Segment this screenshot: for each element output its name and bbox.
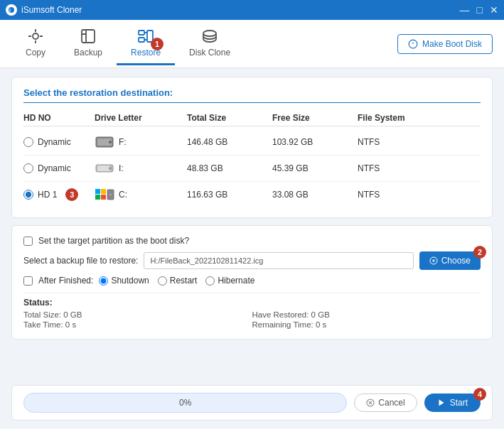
toolbar: Copy Backup Restore 1 Disk Clone [0, 20, 504, 68]
start-button[interactable]: Start 4 [424, 393, 481, 412]
table-row: Dynamic I: 48.83 GB 45.39 GB NTFS [23, 156, 481, 182]
col-drive-letter: Drive Letter [95, 113, 187, 123]
total-size-1: 146.48 GB [187, 137, 272, 147]
backup-file-input[interactable] [144, 252, 413, 269]
toolbar-diskclone-label: Disk Clone [189, 48, 230, 58]
title-bar-left: i iSumsoft Cloner [6, 4, 82, 16]
svg-point-11 [109, 141, 112, 143]
file-select-row: Select a backup file to restore: Choose … [23, 251, 481, 270]
after-options-group: Shutdown Restart Hibernate [99, 276, 254, 286]
svg-rect-17 [95, 195, 100, 200]
hd-label-3: HD 1 [38, 190, 57, 200]
hd-label-2: Dynamic [38, 163, 71, 173]
free-size-3: 33.08 GB [272, 190, 358, 200]
restart-label: Restart [170, 276, 198, 286]
svg-point-14 [109, 167, 112, 170]
app-logo: i [6, 4, 17, 16]
drive-letter-1: F: [119, 137, 127, 147]
svg-marker-27 [439, 400, 444, 406]
hibernate-option[interactable]: Hibernate [205, 276, 254, 286]
backup-file-label: Select a backup file to restore: [23, 256, 138, 266]
boot-disk-label: Set the target partition as the boot dis… [38, 236, 189, 246]
drive-letter-2: I: [119, 163, 124, 173]
free-size-2: 45.39 GB [272, 163, 358, 173]
fs-1: NTFS [358, 137, 429, 147]
toolbar-copy-label: Copy [26, 48, 45, 58]
hd-radio-1[interactable]: Dynamic [23, 137, 95, 147]
hd-radio-2[interactable]: Dynamic [23, 163, 95, 173]
drive-icon-2: I: [95, 161, 187, 176]
radio-dynamic-2[interactable] [23, 163, 33, 173]
svg-rect-4 [139, 31, 144, 35]
progress-bar-container: 0% [23, 393, 347, 413]
fs-3: NTFS [358, 190, 429, 200]
col-hd-no: HD NO [23, 113, 95, 123]
radio-dynamic-1[interactable] [23, 137, 33, 147]
remaining-status: Remaining Time: 0 s [252, 320, 481, 329]
toolbar-item-copy[interactable]: Copy [11, 22, 60, 65]
toolbar-right: Make Boot Disk [397, 34, 493, 54]
cancel-label: Cancel [378, 398, 404, 408]
hibernate-label: Hibernate [218, 276, 254, 286]
svg-rect-16 [101, 189, 106, 194]
radio-hd1[interactable] [23, 190, 33, 200]
total-size-status: Total Size: 0 GB [23, 310, 252, 319]
svg-rect-5 [139, 38, 144, 42]
cancel-button[interactable]: Cancel [354, 393, 417, 412]
status-title: Status: [23, 298, 481, 308]
boot-disk-checkbox[interactable] [23, 237, 33, 246]
toolbar-item-restore[interactable]: Restore 1 [117, 22, 175, 65]
restoration-title: Select the restoration destination: [23, 87, 481, 103]
table-header: HD NO Drive Letter Total Size Free Size … [23, 110, 481, 126]
table-row: Dynamic F: 146.48 GB 103.92 GB NTFS [23, 129, 481, 156]
choose-badge: 2 [473, 246, 486, 259]
svg-point-20 [109, 194, 112, 196]
total-size-3: 116.63 GB [187, 190, 272, 200]
hd1-badge: 3 [65, 188, 78, 201]
make-boot-disk-button[interactable]: Make Boot Disk [397, 34, 493, 54]
after-finished-checkbox[interactable] [23, 276, 33, 286]
after-finished-label: After Finished: [38, 276, 93, 286]
svg-point-7 [203, 31, 216, 36]
start-label: Start [450, 398, 468, 408]
col-file-system: File System [358, 113, 429, 123]
start-badge: 4 [473, 388, 486, 401]
total-size-2: 48.83 GB [187, 163, 272, 173]
toolbar-backup-label: Backup [74, 48, 102, 58]
title-bar: i iSumsoft Cloner — □ ✕ [0, 0, 504, 20]
close-icon[interactable]: ✕ [490, 4, 498, 16]
svg-point-2 [33, 33, 38, 39]
choose-button[interactable]: Choose 2 [419, 251, 481, 270]
after-finished-row: After Finished: Shutdown Restart Hiberna… [23, 276, 481, 286]
restoration-card: Select the restoration destination: HD N… [11, 77, 493, 218]
shutdown-label: Shutdown [111, 276, 149, 286]
status-grid: Total Size: 0 GB Have Restored: 0 GB Tak… [23, 310, 481, 329]
hd-label-1: Dynamic [38, 137, 71, 147]
drive-icon-3: C: [95, 187, 187, 202]
free-size-1: 103.92 GB [272, 137, 358, 147]
have-restored-status: Have Restored: 0 GB [252, 310, 481, 319]
options-card: Set the target partition as the boot dis… [11, 225, 493, 340]
col-free-size: Free Size [272, 113, 358, 123]
maximize-icon[interactable]: □ [477, 4, 483, 16]
footer-bar: 0% Cancel Start 4 [11, 385, 493, 420]
svg-text:i: i [9, 8, 11, 13]
choose-label: Choose [441, 256, 471, 266]
svg-rect-15 [95, 189, 100, 194]
take-time-status: Take Time: 0 s [23, 320, 252, 329]
progress-label: 0% [24, 398, 346, 408]
hd-radio-3[interactable]: HD 1 3 [23, 188, 95, 201]
toolbar-item-disk-clone[interactable]: Disk Clone [175, 22, 245, 65]
window-controls: — □ ✕ [460, 4, 498, 16]
divider [23, 293, 481, 293]
svg-rect-13 [97, 165, 110, 171]
shutdown-option[interactable]: Shutdown [99, 276, 149, 286]
svg-rect-3 [82, 30, 95, 43]
restart-option[interactable]: Restart [158, 276, 198, 286]
fs-2: NTFS [358, 163, 429, 173]
col-total-size: Total Size [187, 113, 272, 123]
toolbar-item-backup[interactable]: Backup [60, 22, 117, 65]
restore-badge: 1 [151, 38, 163, 50]
drive-letter-3: C: [119, 190, 127, 200]
minimize-icon[interactable]: — [460, 4, 470, 16]
